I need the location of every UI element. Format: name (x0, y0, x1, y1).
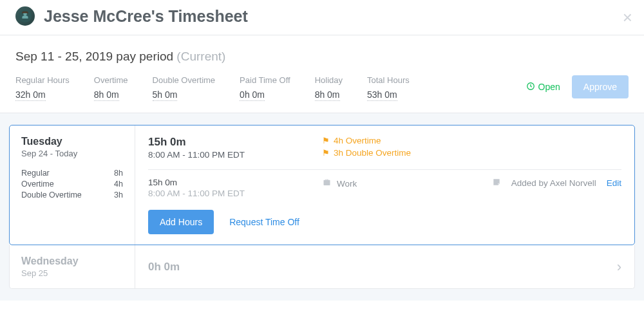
flag-icon: ⚑ (322, 136, 330, 145)
close-icon[interactable]: × (623, 9, 632, 26)
day-name: Tuesday (21, 136, 123, 147)
day-left: Wednesday Sep 25 (10, 245, 135, 288)
entry-work: Work (322, 178, 357, 189)
flag-text: 4h Overtime (334, 136, 381, 145)
entry-hours: 15h 0m 8:00 AM - 11:00 PM EDT (148, 178, 245, 198)
pay-period: Sep 11 - 25, 2019 pay period (Current) (15, 50, 629, 64)
approve-button[interactable]: Approve (572, 75, 629, 98)
stat-label: Overtime (94, 75, 128, 85)
breakdown-label: Regular (21, 169, 50, 178)
day-card-tuesday: Tuesday Sep 24 - Today Regular 8h Overti… (9, 125, 635, 245)
briefcase-icon (322, 178, 332, 189)
flag-overtime: ⚑ 4h Overtime (322, 136, 411, 145)
stat-value: 53h 0m (367, 89, 397, 101)
day-date: Sep 25 (21, 268, 123, 278)
status-open: Open (526, 82, 560, 93)
add-hours-button[interactable]: Add Hours (148, 210, 214, 234)
stat-label: Paid Time Off (240, 75, 290, 85)
stat-label: Regular Hours (15, 75, 70, 85)
day-date: Sep 24 - Today (21, 149, 123, 158)
stat-total: Total Hours 53h 0m (367, 75, 410, 101)
breakdown-value: 4h (114, 180, 123, 189)
stat-overtime: Overtime 8h 0m (94, 75, 128, 101)
avatar (15, 6, 35, 26)
breakdown-value: 3h (114, 190, 123, 199)
flag-double-overtime: ⚑ 3h Double Overtime (322, 148, 411, 158)
divider (148, 169, 621, 170)
breakdown-label: Double Overtime (21, 190, 82, 199)
flag-icon: ⚑ (322, 148, 330, 158)
day-total-hours: 0h 0m (148, 261, 180, 274)
page-title: Jesse McCree's Timesheet (44, 7, 248, 26)
day-name: Wednesday (21, 255, 123, 267)
stat-double-overtime: Double Overtime 5h 0m (153, 75, 216, 101)
stat-regular: Regular Hours 32h 0m (15, 75, 70, 101)
stat-label: Holiday (315, 75, 343, 85)
body-area: Tuesday Sep 24 - Today Regular 8h Overti… (0, 113, 644, 301)
stat-label: Double Overtime (153, 75, 216, 85)
stat-value: 8h 0m (94, 89, 119, 101)
flag-text: 3h Double Overtime (334, 148, 411, 158)
stat-holiday: Holiday 8h 0m (315, 75, 343, 101)
overtime-flags: ⚑ 4h Overtime ⚑ 3h Double Overtime (322, 136, 411, 160)
pay-period-current: (Current) (176, 50, 225, 63)
breakdown-double-overtime: Double Overtime 3h (21, 190, 123, 199)
clock-icon (526, 82, 535, 93)
status-label: Open (538, 82, 560, 92)
summary-section: Sep 11 - 25, 2019 pay period (Current) R… (0, 35, 644, 113)
entry-added-by: Added by Axel Norvell (511, 178, 596, 188)
pay-period-text: Sep 11 - 25, 2019 pay period (15, 50, 173, 63)
breakdown-value: 8h (114, 169, 123, 178)
breakdown-overtime: Overtime 4h (21, 180, 123, 189)
edit-link[interactable]: Edit (607, 178, 621, 188)
breakdown-label: Overtime (21, 180, 54, 189)
stat-label: Total Hours (367, 75, 410, 85)
stat-value: 32h 0m (15, 89, 46, 101)
request-time-off-link[interactable]: Request Time Off (229, 217, 299, 227)
header: Jesse McCree's Timesheet × (0, 0, 644, 35)
day-card-wednesday[interactable]: Wednesday Sep 25 0h 0m › (9, 245, 635, 289)
entry-time-range: 8:00 AM - 11:00 PM EDT (148, 189, 245, 198)
chevron-right-icon[interactable]: › (617, 259, 621, 275)
day-right: 15h 0m 8:00 AM - 11:00 PM EDT ⚑ 4h Overt… (135, 125, 634, 245)
day-left: Tuesday Sep 24 - Today Regular 8h Overti… (10, 125, 135, 245)
day-time-range: 8:00 AM - 11:00 PM EDT (148, 150, 245, 160)
entry-work-label: Work (337, 179, 357, 189)
stat-pto: Paid Time Off 0h 0m (240, 75, 290, 101)
breakdown-regular: Regular 8h (21, 169, 123, 178)
note-icon (492, 178, 501, 189)
stat-value: 5h 0m (153, 89, 178, 101)
day-total-hours: 15h 0m (148, 136, 245, 149)
stat-value: 8h 0m (315, 89, 340, 101)
time-entry-row: 15h 0m 8:00 AM - 11:00 PM EDT Work Added… (148, 178, 621, 198)
stat-value: 0h 0m (240, 89, 265, 101)
day-right: 0h 0m › (135, 248, 634, 286)
day-hours-summary: 15h 0m 8:00 AM - 11:00 PM EDT (148, 136, 245, 160)
entry-hours-value: 15h 0m (148, 178, 245, 187)
